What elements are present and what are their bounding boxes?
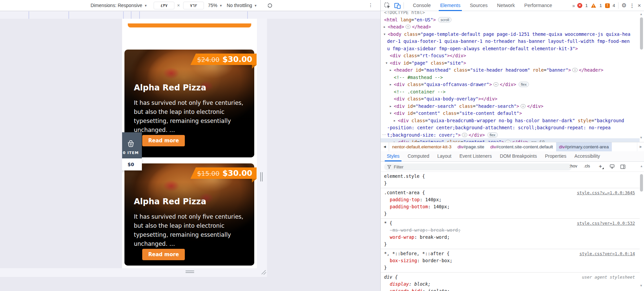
dom-tree-node[interactable]: ▶<div id="primary" class="content-area">…	[398, 139, 545, 142]
dom-tree-node[interactable]: <html lang="en-US">scroll	[384, 16, 451, 23]
scroll-down-icon[interactable]: ▼	[640, 136, 643, 139]
dom-tree-node[interactable]: -position: center center;background-atta…	[387, 124, 610, 131]
breadcrumb-item[interactable]: div#primary.content-area	[556, 142, 612, 151]
cart-summary[interactable]: 0 ITEM	[122, 132, 142, 158]
dom-tree-node[interactable]: ▶<div class="quixa-breadcrumb-wrapper no…	[398, 117, 624, 124]
media-query-bar[interactable]	[0, 11, 380, 19]
expand-arrow-icon[interactable]: ▶	[394, 117, 395, 124]
collapse-arrow-icon[interactable]: ▼	[384, 31, 385, 38]
css-property[interactable]: box-sizing: border-box;	[381, 257, 640, 264]
dom-tree-node[interactable]: der-1 quixa-footer-1 quixa-banner-1 no-t…	[387, 38, 630, 45]
css-property-name[interactable]: box-sizing	[390, 258, 417, 263]
dom-tree-node[interactable]: ▼<div id="page" class="site">	[390, 60, 466, 67]
expand-arrow-icon[interactable]: ▶	[390, 81, 391, 88]
device-toolbar-menu-icon[interactable]: ⋮	[368, 2, 373, 8]
dimensions-select[interactable]: Dimensions: Responsive▼	[91, 3, 147, 8]
rule-selector[interactable]: * {	[384, 220, 392, 227]
viewport-resize-handle-corner[interactable]	[261, 269, 267, 275]
expand-inline-icon[interactable]: ⋯	[493, 82, 498, 86]
expand-inline-icon[interactable]: ⋯	[572, 68, 577, 72]
dom-tree-node[interactable]: ▼<body class="page-template-default page…	[388, 31, 630, 38]
settings-gear-icon[interactable]: ⚙	[622, 2, 627, 9]
scroll-up-icon[interactable]: ▲	[640, 12, 643, 16]
tab-network[interactable]: Network	[492, 0, 520, 11]
rule-selector[interactable]: .content-area {	[384, 189, 425, 196]
inspect-element-icon[interactable]	[384, 2, 391, 9]
toggle-hover-state-button[interactable]: :hov	[569, 164, 577, 168]
viewport-resize-handle-bottom[interactable]	[185, 271, 194, 271]
css-property-name[interactable]: word-wrap	[390, 234, 414, 240]
dom-tree-node[interactable]: ▶<header id="masthead" class="site-heade…	[394, 67, 603, 74]
styles-scrollbar[interactable]	[640, 174, 643, 192]
css-property-name[interactable]: display	[390, 281, 409, 287]
rendering-brush-icon[interactable]	[609, 164, 615, 169]
scroll-down-icon[interactable]: ▼	[640, 284, 643, 287]
css-property[interactable]: unicode-bidi: isolate;	[381, 288, 640, 291]
css-property[interactable]: padding-bottom: 140px;	[381, 203, 640, 210]
css-property-value[interactable]: border-box	[423, 258, 450, 263]
css-property-name[interactable]: unicode-bidi	[390, 288, 423, 291]
breadcrumb-item[interactable]: div#content.site-content.default	[487, 142, 556, 151]
collapse-arrow-icon[interactable]: ▼	[390, 110, 391, 117]
error-icon[interactable]: ✕	[577, 3, 582, 8]
dom-tree-node[interactable]: u fmp-ajax-sidebar fmp-open-always eleme…	[387, 45, 578, 52]
css-property-value[interactable]: 140px	[433, 204, 447, 209]
dom-tree-scrollbar[interactable]	[640, 17, 643, 50]
expand-arrow-icon[interactable]: ▶	[384, 23, 385, 30]
rule-selector[interactable]: *, *::before, *::after {	[384, 250, 449, 257]
issues-icon[interactable]: !	[605, 3, 610, 8]
css-property[interactable]: word-wrap: break-word;	[381, 234, 640, 241]
dom-tree-node[interactable]: <!DOCTYPE html>	[384, 11, 425, 16]
flex-badge[interactable]: flex	[519, 82, 529, 87]
pane-tab-dom-breakpoints[interactable]: DOM Breakpoints	[496, 151, 541, 161]
dom-tree-node[interactable]: <!-- #masthead -->	[394, 74, 443, 81]
css-property-value[interactable]: break-word	[420, 234, 447, 240]
flex-badge[interactable]: flex	[487, 132, 498, 138]
expand-inline-icon[interactable]: ⋯	[521, 104, 526, 108]
dom-tree-node[interactable]: <div class="rt-focus"></div>	[390, 52, 466, 59]
toggle-sidebar-icon[interactable]	[620, 164, 626, 169]
breadcrumb-item[interactable]: div#page.site	[454, 142, 487, 151]
tab-performance[interactable]: Performance	[520, 0, 557, 11]
viewport-width-input[interactable]	[154, 2, 174, 9]
css-property-name[interactable]: padding-top	[390, 197, 420, 202]
expand-inline-icon[interactable]: ⋯	[462, 133, 467, 137]
dom-tree-node[interactable]: ▼<div id="content" class="site-content d…	[394, 110, 522, 117]
rule-selector[interactable]: element.style {	[384, 173, 425, 180]
css-property-value[interactable]: isolate	[428, 288, 447, 291]
more-tabs-icon[interactable]: »	[572, 3, 574, 8]
pane-tab-computed[interactable]: Computed	[404, 151, 433, 161]
tab-console[interactable]: Console	[408, 0, 435, 11]
rule-selector[interactable]: div {	[384, 274, 398, 281]
collapse-arrow-icon[interactable]: ▼	[386, 60, 387, 67]
viewport-resize-handle-right[interactable]	[262, 172, 263, 181]
css-property[interactable]: padding-top: 140px;	[381, 196, 640, 203]
dom-tree-node[interactable]: t;background-size: cover;">⋯</div>flex	[387, 132, 498, 139]
expand-inline-icon[interactable]: ⋯	[406, 25, 411, 29]
dom-tree-node[interactable]: ▶<head>⋯</head>	[388, 23, 431, 30]
zoom-select[interactable]: 75%▼	[208, 3, 222, 8]
close-devtools-icon[interactable]: ×	[638, 2, 641, 9]
css-property-value[interactable]: break-word	[431, 227, 458, 233]
stylesheet-source-link[interactable]: style.css?v…=1.0.0:3645	[577, 189, 635, 196]
tab-elements[interactable]: Elements	[435, 0, 465, 11]
css-property-value[interactable]: block	[414, 281, 428, 287]
breadcrumb-item[interactable]: nentor-default.elementor-kit-3	[389, 142, 454, 151]
expand-arrow-icon[interactable]: ▶	[390, 103, 391, 110]
dom-tree-node[interactable]: ▶<div class="quixa-offcanvas-drawer">⋯</…	[394, 81, 529, 88]
mini-cart-widget[interactable]: 0 ITEM $0	[122, 132, 142, 170]
css-property-name[interactable]: -ms-word-wrap	[390, 227, 425, 233]
pane-tab-accessibility[interactable]: Accessibility	[571, 151, 604, 161]
throttling-select[interactable]: No throttling▼	[227, 3, 257, 8]
viewport-resize-handle-right[interactable]	[260, 172, 261, 181]
read-more-button[interactable]: Read more	[142, 135, 185, 146]
tab-sources[interactable]: Sources	[465, 0, 492, 11]
warning-icon[interactable]	[591, 3, 596, 8]
expand-arrow-icon[interactable]: ▶	[390, 67, 391, 74]
pane-tab-styles[interactable]: Styles	[383, 151, 404, 161]
css-property-value[interactable]: 140px	[425, 197, 439, 202]
toggle-device-toolbar-icon[interactable]	[394, 2, 401, 9]
css-property-name[interactable]: padding-bottom	[390, 204, 428, 209]
toggle-class-button[interactable]: .cls	[584, 164, 590, 168]
scroll-up-icon[interactable]: ▲	[640, 164, 643, 168]
